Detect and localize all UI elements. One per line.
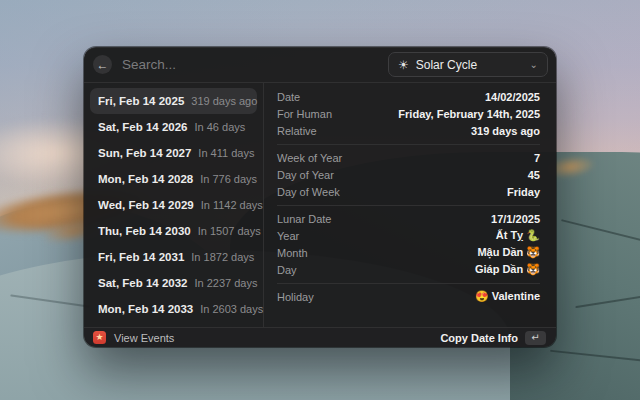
list-item-relative: In 2237 days [195,277,258,289]
launcher-window: ← ☀ Solar Cycle ⌄ Fri, Feb 14 2025 319 d… [84,47,556,347]
list-item-relative: In 1872 days [191,251,254,263]
detail-value: Giáp Dần 🐯 [475,263,540,276]
return-key-icon: ↵ [525,331,546,345]
detail-value: 7 [534,152,540,164]
action-bar: ★ View Events Copy Date Info ↵ [84,327,556,347]
list-item[interactable]: Sun, Feb 14 2027 In 411 days [90,140,257,166]
calendar-star-icon: ★ [93,331,106,344]
list-item[interactable]: Sat, Feb 14 2032 In 2237 days [90,270,257,296]
detail-label: Week of Year [277,152,534,164]
detail-value: 😍 Valentine [475,290,540,303]
detail-row: Week of Year 7 [277,149,540,166]
date-list: Fri, Feb 14 2025 319 days ago Sat, Feb 1… [84,83,264,327]
detail-row: Day of Week Friday [277,183,540,200]
detail-label: Holiday [277,291,475,303]
section-divider [277,283,540,284]
copy-date-info-button[interactable]: Copy Date Info [440,332,518,344]
list-item-relative: In 1507 days [198,225,261,237]
list-item-relative: In 411 days [198,147,254,159]
detail-value: Ất Tỵ 🐍 [496,229,540,242]
list-item-date: Wed, Feb 14 2029 [98,199,194,211]
view-events-button[interactable]: View Events [114,332,174,344]
detail-row: Date 14/02/2025 [277,88,540,105]
mode-dropdown-label: Solar Cycle [416,58,530,72]
detail-label: Day of Year [277,169,528,181]
list-item-date: Mon, Feb 14 2033 [98,303,193,315]
list-item[interactable]: Mon, Feb 14 2028 In 776 days [90,166,257,192]
detail-row: Year Ất Tỵ 🐍 [277,227,540,244]
detail-value: Friday, February 14th, 2025 [398,108,540,120]
list-item-relative: In 776 days [200,173,257,185]
list-item-relative: In 2603 days [200,303,263,315]
detail-label: Date [277,91,485,103]
detail-row: Lunar Date 17/1/2025 [277,210,540,227]
search-input[interactable] [122,57,388,72]
detail-row: Day of Year 45 [277,166,540,183]
section-divider [277,144,540,145]
list-item-date: Thu, Feb 14 2030 [98,225,191,237]
detail-label: Year [277,230,496,242]
list-item-date: Fri, Feb 14 2025 [98,95,184,107]
list-item[interactable]: Mon, Feb 14 2033 In 2603 days [90,296,257,322]
detail-label: Day [277,264,475,276]
back-button[interactable]: ← [93,55,112,74]
mode-dropdown[interactable]: ☀ Solar Cycle ⌄ [388,52,548,77]
list-item-relative: In 46 days [195,121,246,133]
detail-panel: Date 14/02/2025 For Human Friday, Februa… [264,83,556,327]
detail-row: Month Mậu Dần 🐯 [277,244,540,261]
list-item-date: Sat, Feb 14 2026 [98,121,188,133]
list-item[interactable]: Fri, Feb 14 2025 319 days ago [90,88,257,114]
list-item-date: Sat, Feb 14 2032 [98,277,188,289]
detail-label: Relative [277,125,471,137]
list-item[interactable]: Wed, Feb 14 2029 In 1142 days [90,192,257,218]
return-glyph: ↵ [531,333,539,343]
detail-value: 14/02/2025 [485,91,540,103]
detail-row: For Human Friday, February 14th, 2025 [277,105,540,122]
detail-value: Friday [507,186,540,198]
detail-label: Day of Week [277,186,507,198]
list-item-date: Fri, Feb 14 2031 [98,251,184,263]
detail-label: For Human [277,108,398,120]
detail-value: Mậu Dần 🐯 [477,246,540,259]
detail-value: 45 [528,169,540,181]
header-bar: ← ☀ Solar Cycle ⌄ [84,47,556,83]
window-body: Fri, Feb 14 2025 319 days ago Sat, Feb 1… [84,83,556,327]
list-item-relative: In 1142 days [201,199,263,211]
star-icon: ★ [95,333,103,342]
detail-row: Day Giáp Dần 🐯 [277,261,540,278]
section-divider [277,205,540,206]
back-arrow-icon: ← [97,59,109,71]
detail-label: Month [277,247,477,259]
list-item-relative: 319 days ago [191,95,257,107]
list-item-date: Sun, Feb 14 2027 [98,147,191,159]
list-item[interactable]: Sat, Feb 14 2026 In 46 days [90,114,257,140]
detail-value: 17/1/2025 [491,213,540,225]
detail-value: 319 days ago [471,125,540,137]
detail-label: Lunar Date [277,213,491,225]
list-item[interactable]: Thu, Feb 14 2030 In 1507 days [90,218,257,244]
sun-icon: ☀ [398,58,409,72]
chevron-down-icon: ⌄ [530,59,538,70]
list-item[interactable]: Fri, Feb 14 2031 In 1872 days [90,244,257,270]
detail-row: Relative 319 days ago [277,122,540,139]
detail-row: Holiday 😍 Valentine [277,288,540,305]
list-item-date: Mon, Feb 14 2028 [98,173,193,185]
